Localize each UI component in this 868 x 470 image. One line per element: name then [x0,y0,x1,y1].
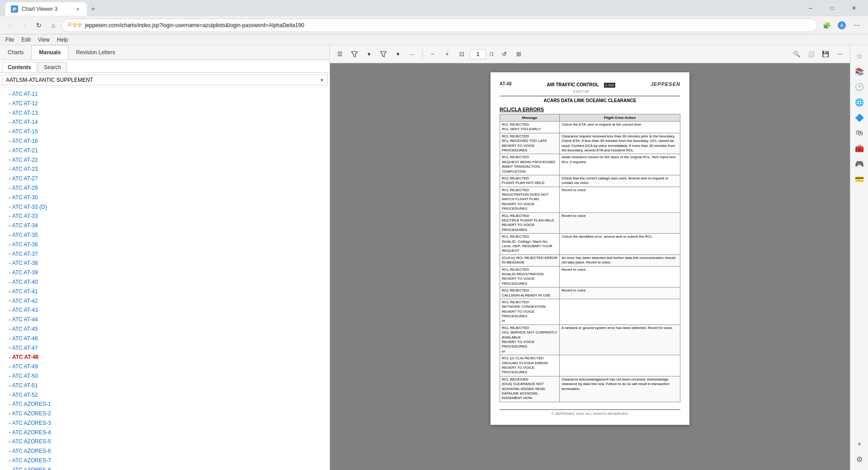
sidebar-games-btn[interactable]: 🎮 [852,156,867,171]
viewer-area[interactable]: AT-48 AIR TRAFFIC CONTROL 1 Oct 3 OCT 20… [330,63,850,470]
profile-btn[interactable]: A [835,18,849,33]
menu-file[interactable]: File [2,36,18,44]
menu-edit[interactable]: Edit [18,36,34,44]
table-cell-message: RCL REJECTEDCALLSIGN ALREADY IN USE [500,287,560,299]
list-item[interactable]: •ATC AT-52 [0,390,330,400]
sidebar-shopping-btn[interactable]: 🛍 [852,126,867,140]
list-item[interactable]: •ATC AT-38 [0,258,330,268]
list-item[interactable]: •ATC AZORES-6 [0,446,330,456]
sidebar-favorites-btn[interactable]: ☆ [852,49,867,63]
list-item[interactable]: •ATC AT-21 [0,146,330,155]
filter-btn[interactable] [348,48,361,61]
list-item[interactable]: •ATC AT-50 [0,371,330,381]
more-btn[interactable]: ⋯ [850,18,864,33]
zoom-in-btn[interactable]: + [441,48,453,61]
list-view-btn[interactable]: ☰ [334,48,346,61]
list-item[interactable]: •ATC AZORES-7 [0,456,330,465]
sidebar-wallet-btn[interactable]: 💳 [852,172,867,186]
list-item[interactable]: •ATC AT-47 [0,343,330,353]
list-item[interactable]: •ATC AT-35 [0,230,330,240]
table-row: RCL REJECTEDFLIGHT PLAN NOT HELDCheck th… [500,175,680,187]
search-viewer-btn[interactable]: 🔍 [790,48,803,61]
page-input[interactable] [470,49,486,59]
copy-btn[interactable]: ⬜ [805,48,817,61]
list-item[interactable]: •ATC AT-49 [0,362,330,371]
list-item[interactable]: •ATC AT-45 [0,324,330,334]
back-btn[interactable]: ‹ [4,19,16,32]
viewer-more-btn[interactable]: ⋯ [834,48,846,61]
sidebar-settings-btn[interactable]: ⚙ [852,452,867,466]
list-item[interactable]: •ATC AT-22 [0,155,330,165]
table-row: RCL REJECTEDINVALID -Callsign, Mach No, … [500,234,680,255]
list-item[interactable]: •ATC AT-14 [0,118,330,127]
sidebar-collections-btn[interactable]: 📚 [852,64,867,79]
list-item[interactable]: •ATC AT-36 [0,240,330,249]
list-item[interactable]: •ATC AT-29 [0,183,330,193]
list-item[interactable]: •ATC AT-34 [0,221,330,230]
list-item[interactable]: •ATC AZORES-1 [0,400,330,409]
tab-search[interactable]: Search [38,62,67,72]
sidebar-history-btn[interactable]: 🕐 [852,80,867,94]
more-options-btn[interactable]: ··· [406,48,419,61]
list-item[interactable]: •ATC AT-27 [0,174,330,183]
sidebar-edge-btn[interactable]: 🌐 [852,95,867,109]
zoom-out-btn[interactable]: − [426,48,439,61]
list-item[interactable]: •ATC AT-41 [0,287,330,296]
list-item[interactable]: •ATC AZORES-3 [0,418,330,428]
list-item[interactable]: •ATC AT-33 (D) [0,202,330,212]
list-item[interactable]: •ATC AZORES-2 [0,409,330,418]
list-item[interactable]: •ATC AT-12 [0,99,330,108]
extensions-btn[interactable]: 🧩 [819,18,834,33]
nav-bar: ‹ › ↻ ⌂ 不安全 jeppesen.com/icharts/index.j… [0,16,868,34]
tab-contents[interactable]: Contents [2,62,37,72]
maximize-btn[interactable]: □ [822,1,843,15]
tab-charts[interactable]: Charts [0,45,31,60]
sidebar-bing-btn[interactable]: 🔷 [852,110,867,125]
list-item[interactable]: •ATC AT-46 [0,334,330,343]
manual-dropdown[interactable]: AATLSM-ATLANTIC SUPPLEMENT [2,75,328,85]
save-btn[interactable]: 💾 [819,48,832,61]
list-item[interactable]: •ATC AT-37 [0,249,330,259]
filter-down-btn[interactable]: ▾ [363,48,375,61]
home-btn[interactable]: ⌂ [47,19,60,32]
layout-btn[interactable]: ⊞ [512,48,525,61]
close-btn[interactable]: ✕ [844,1,864,15]
list-item[interactable]: •ATC AT-44 [0,315,330,324]
minimize-btn[interactable]: ─ [800,1,821,15]
list-item[interactable]: •ATC AZORES-8 [0,465,330,470]
table-cell-message: RCL REJECTEDINVALID REGISTRATION REVERT … [500,266,560,287]
filter2-down-btn[interactable]: ▾ [392,48,404,61]
list-item[interactable]: •ATC AT-15 [0,127,330,136]
tab-revision-letters[interactable]: Revision Letters [68,45,123,60]
filter2-btn[interactable] [377,48,390,61]
active-tab[interactable]: Chart Viewer 3 ✕ [5,2,87,16]
list-item[interactable]: •ATC AT-16 [0,136,330,146]
list-item[interactable]: •ATC AT-48 [0,352,330,362]
list-item[interactable]: •ATC AT-42 [0,296,330,306]
tab-close-btn[interactable]: ✕ [74,5,81,13]
list-item[interactable]: •ATC AZORES-4 [0,428,330,437]
menu-help[interactable]: Help [53,36,72,44]
new-tab-btn[interactable]: + [87,3,99,15]
forward-btn[interactable]: › [18,19,31,32]
list-item[interactable]: •ATC AT-13 [0,108,330,118]
fit-page-btn[interactable]: ⊡ [455,48,468,61]
list-item[interactable]: •ATC AT-39 [0,268,330,277]
refresh-btn[interactable]: ↻ [33,19,45,32]
menu-view[interactable]: View [34,36,53,44]
bullet-icon: • [9,317,10,322]
list-item[interactable]: •ATC AZORES-5 [0,437,330,446]
list-item[interactable]: •ATC AT-33 [0,212,330,221]
sidebar-add-btn[interactable]: ＋ [852,437,867,451]
list-item[interactable]: •ATC AT-43 [0,306,330,315]
list-item[interactable]: •ATC AT-40 [0,277,330,287]
list-item[interactable]: •ATC AT-51 [0,381,330,390]
list-item[interactable]: •ATC AT-11 [0,89,330,99]
tab-manuals[interactable]: Manuals [31,45,68,60]
bullet-icon: • [9,148,10,153]
sidebar-tools-btn[interactable]: 🧰 [852,141,867,155]
address-bar[interactable]: 不安全 jeppesen.com/icharts/index.jsp?login… [61,19,817,32]
list-item[interactable]: •ATC AT-23 [0,164,330,174]
rotate-btn[interactable]: ↺ [498,48,510,61]
list-item[interactable]: •ATC AT-30 [0,193,330,202]
